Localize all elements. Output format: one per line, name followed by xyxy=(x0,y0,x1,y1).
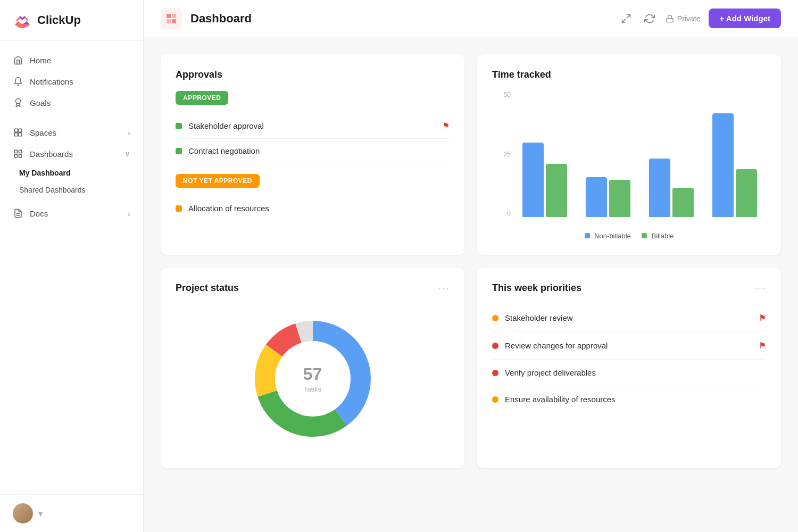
priorities-menu-icon[interactable]: ··· xyxy=(755,282,766,294)
dot-green-icon2 xyxy=(176,148,182,154)
sidebar-item-home[interactable]: Home xyxy=(0,49,143,71)
priority-flag-1: ⚑ xyxy=(759,313,766,323)
approval-item-stakeholder[interactable]: Stakeholder approval ⚑ xyxy=(176,113,450,139)
priority-item-3[interactable]: Verify project deliverables xyxy=(492,360,766,386)
dot-orange-icon xyxy=(176,205,182,212)
sidebar-item-goals[interactable]: Goals xyxy=(0,92,143,113)
add-widget-button[interactable]: + Add Widget xyxy=(709,9,781,28)
priority-item-1[interactable]: Stakeholder review ⚑ xyxy=(492,304,766,332)
home-icon xyxy=(13,55,23,65)
bar-green-2 xyxy=(609,180,630,217)
chart-legend: Non-billable Billable xyxy=(492,232,766,240)
y-label-0: 0 xyxy=(492,210,511,217)
bar-group-2 xyxy=(577,177,640,217)
avatar-image xyxy=(13,503,33,523)
sidebar: ClickUp Home Notifications xyxy=(0,0,144,532)
main-content: Dashboard Private + xyxy=(144,0,798,532)
pdot-red-1 xyxy=(492,343,498,349)
approved-badge: APPROVED xyxy=(176,91,228,105)
approval-item-contract-label: Contract negotiation xyxy=(188,146,260,155)
sidebar-item-spaces[interactable]: Spaces › xyxy=(0,122,143,143)
y-axis: 0 25 50 xyxy=(492,91,511,217)
svg-rect-8 xyxy=(19,155,22,157)
svg-rect-1 xyxy=(14,129,18,132)
priorities-title: This week priorities xyxy=(492,282,581,294)
sidebar-item-spaces-label: Spaces xyxy=(30,128,56,137)
sidebar-item-notifications[interactable]: Notifications xyxy=(0,71,143,92)
bar-blue-2 xyxy=(586,177,607,217)
sidebar-item-home-label: Home xyxy=(30,56,51,65)
sidebar-footer: ▾ xyxy=(0,494,143,532)
priority-item-2[interactable]: Review changes for approval ⚑ xyxy=(492,332,766,360)
private-indicator: Private xyxy=(666,14,701,23)
expand-icon[interactable] xyxy=(619,11,634,26)
svg-rect-3 xyxy=(14,133,18,136)
bell-icon xyxy=(13,76,23,87)
dot-green-icon xyxy=(176,123,182,129)
approval-item-stakeholder-label: Stakeholder approval xyxy=(188,121,264,130)
svg-rect-14 xyxy=(172,19,176,23)
sidebar-item-docs[interactable]: Docs › xyxy=(0,203,143,224)
priorities-widget: This week priorities ··· Stakeholder rev… xyxy=(477,268,781,468)
svg-rect-6 xyxy=(19,150,22,153)
task-count: 57 xyxy=(303,364,322,384)
dashboards-icon xyxy=(13,148,23,159)
donut-chart-container: 57 Tasks xyxy=(176,304,450,453)
dashboards-chevron-icon: ∨ xyxy=(124,149,130,159)
project-status-header: Project status ··· xyxy=(176,282,450,294)
y-label-50: 50 xyxy=(492,91,511,98)
svg-rect-7 xyxy=(14,155,17,157)
sidebar-item-dashboards-label: Dashboards xyxy=(30,149,73,159)
priority-item-4[interactable]: Ensure availability of resources xyxy=(492,386,766,412)
svg-rect-12 xyxy=(172,14,176,18)
sidebar-item-shared-dashboards-label: Shared Dashboards xyxy=(19,186,86,194)
trophy-icon xyxy=(13,97,23,108)
legend-non-billable: Non-billable xyxy=(585,232,631,240)
refresh-icon[interactable] xyxy=(642,11,657,26)
project-status-widget: Project status ··· 57 xyxy=(161,268,464,468)
priority-item-3-label: Verify project deliverables xyxy=(505,368,596,377)
approvals-title: Approvals xyxy=(176,69,450,80)
project-status-title: Project status xyxy=(176,282,239,294)
sidebar-item-my-dashboard[interactable]: My Dashboard xyxy=(0,164,143,181)
page-title: Dashboard xyxy=(190,12,252,26)
topbar-actions: Private + Add Widget xyxy=(619,9,781,28)
not-approved-badge: NOT YET APPROVED xyxy=(176,174,260,188)
priorities-header: This week priorities ··· xyxy=(492,282,766,294)
sidebar-item-shared-dashboards[interactable]: Shared Dashboards xyxy=(0,181,143,198)
approval-item-allocation-label: Allocation of resources xyxy=(188,204,269,213)
avatar[interactable] xyxy=(13,503,33,523)
logo-area: ClickUp xyxy=(0,0,143,41)
flag-icon: ⚑ xyxy=(442,121,450,131)
bar-group-3 xyxy=(640,159,703,217)
widget-menu-icon[interactable]: ··· xyxy=(438,282,450,294)
topbar: Dashboard Private + xyxy=(144,0,798,37)
private-label-text: Private xyxy=(677,14,701,23)
chart-bars-area: 0 25 50 xyxy=(492,91,766,228)
legend-billable: Billable xyxy=(642,232,674,240)
sidebar-item-dashboards[interactable]: Dashboards ∨ xyxy=(0,143,143,164)
dashboard-icon xyxy=(161,8,182,29)
sidebar-nav: Home Notifications Goals xyxy=(0,41,143,494)
approvals-widget: Approvals APPROVED Stakeholder approval … xyxy=(161,54,464,255)
pdot-orange-1 xyxy=(492,315,498,321)
svg-rect-13 xyxy=(167,19,171,23)
approval-item-allocation[interactable]: Allocation of resources xyxy=(176,196,450,220)
docs-icon xyxy=(13,208,23,219)
bar-blue-3 xyxy=(649,159,670,217)
sidebar-item-goals-label: Goals xyxy=(30,98,51,107)
bar-green-4 xyxy=(736,169,757,217)
task-label: Tasks xyxy=(303,385,322,393)
y-label-25: 25 xyxy=(492,151,511,158)
bar-green-3 xyxy=(672,188,694,217)
sidebar-item-notifications-label: Notifications xyxy=(30,77,73,86)
avatar-caret[interactable]: ▾ xyxy=(38,509,43,519)
approval-item-contract[interactable]: Contract negotiation xyxy=(176,139,450,163)
bar-group-4 xyxy=(703,113,766,217)
spaces-icon xyxy=(13,127,23,138)
dashboard-grid: Approvals APPROVED Stakeholder approval … xyxy=(144,37,798,485)
docs-chevron-icon: › xyxy=(128,209,130,218)
sidebar-item-my-dashboard-label: My Dashboard xyxy=(19,169,70,177)
priority-item-2-label: Review changes for approval xyxy=(505,341,608,350)
spaces-chevron-icon: › xyxy=(128,128,130,137)
